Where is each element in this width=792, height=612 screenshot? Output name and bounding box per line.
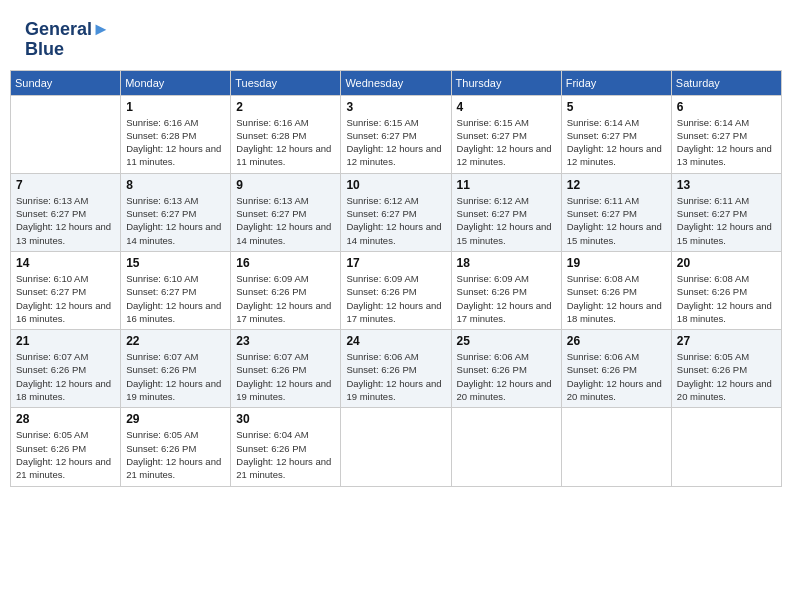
- calendar-cell: 12Sunrise: 6:11 AM Sunset: 6:27 PM Dayli…: [561, 173, 671, 251]
- calendar-cell: 26Sunrise: 6:06 AM Sunset: 6:26 PM Dayli…: [561, 330, 671, 408]
- calendar-week-row: 28Sunrise: 6:05 AM Sunset: 6:26 PM Dayli…: [11, 408, 782, 486]
- day-number: 15: [126, 256, 225, 270]
- calendar-cell: 23Sunrise: 6:07 AM Sunset: 6:26 PM Dayli…: [231, 330, 341, 408]
- day-number: 14: [16, 256, 115, 270]
- calendar-cell: 19Sunrise: 6:08 AM Sunset: 6:26 PM Dayli…: [561, 251, 671, 329]
- cell-info: Sunrise: 6:09 AM Sunset: 6:26 PM Dayligh…: [346, 272, 445, 325]
- calendar-cell: 27Sunrise: 6:05 AM Sunset: 6:26 PM Dayli…: [671, 330, 781, 408]
- calendar-cell: 1Sunrise: 6:16 AM Sunset: 6:28 PM Daylig…: [121, 95, 231, 173]
- calendar-day-header: Saturday: [671, 70, 781, 95]
- calendar-cell: 20Sunrise: 6:08 AM Sunset: 6:26 PM Dayli…: [671, 251, 781, 329]
- cell-info: Sunrise: 6:10 AM Sunset: 6:27 PM Dayligh…: [126, 272, 225, 325]
- day-number: 1: [126, 100, 225, 114]
- day-number: 13: [677, 178, 776, 192]
- cell-info: Sunrise: 6:05 AM Sunset: 6:26 PM Dayligh…: [16, 428, 115, 481]
- cell-info: Sunrise: 6:06 AM Sunset: 6:26 PM Dayligh…: [567, 350, 666, 403]
- calendar-cell: 3Sunrise: 6:15 AM Sunset: 6:27 PM Daylig…: [341, 95, 451, 173]
- calendar-cell: 24Sunrise: 6:06 AM Sunset: 6:26 PM Dayli…: [341, 330, 451, 408]
- day-number: 2: [236, 100, 335, 114]
- cell-info: Sunrise: 6:08 AM Sunset: 6:26 PM Dayligh…: [567, 272, 666, 325]
- calendar-week-row: 7Sunrise: 6:13 AM Sunset: 6:27 PM Daylig…: [11, 173, 782, 251]
- day-number: 6: [677, 100, 776, 114]
- day-number: 8: [126, 178, 225, 192]
- logo-text: General►Blue: [25, 20, 110, 60]
- day-number: 7: [16, 178, 115, 192]
- calendar-cell: 16Sunrise: 6:09 AM Sunset: 6:26 PM Dayli…: [231, 251, 341, 329]
- calendar-cell: [11, 95, 121, 173]
- calendar-body: 1Sunrise: 6:16 AM Sunset: 6:28 PM Daylig…: [11, 95, 782, 486]
- cell-info: Sunrise: 6:10 AM Sunset: 6:27 PM Dayligh…: [16, 272, 115, 325]
- calendar-cell: 25Sunrise: 6:06 AM Sunset: 6:26 PM Dayli…: [451, 330, 561, 408]
- calendar-cell: 13Sunrise: 6:11 AM Sunset: 6:27 PM Dayli…: [671, 173, 781, 251]
- calendar-cell: 10Sunrise: 6:12 AM Sunset: 6:27 PM Dayli…: [341, 173, 451, 251]
- day-number: 16: [236, 256, 335, 270]
- calendar-day-header: Monday: [121, 70, 231, 95]
- cell-info: Sunrise: 6:14 AM Sunset: 6:27 PM Dayligh…: [677, 116, 776, 169]
- calendar-week-row: 1Sunrise: 6:16 AM Sunset: 6:28 PM Daylig…: [11, 95, 782, 173]
- day-number: 18: [457, 256, 556, 270]
- calendar-header-row: SundayMondayTuesdayWednesdayThursdayFrid…: [11, 70, 782, 95]
- calendar-day-header: Friday: [561, 70, 671, 95]
- cell-info: Sunrise: 6:14 AM Sunset: 6:27 PM Dayligh…: [567, 116, 666, 169]
- calendar-day-header: Thursday: [451, 70, 561, 95]
- logo: General►Blue: [25, 20, 110, 60]
- calendar-cell: 4Sunrise: 6:15 AM Sunset: 6:27 PM Daylig…: [451, 95, 561, 173]
- day-number: 12: [567, 178, 666, 192]
- calendar-cell: 21Sunrise: 6:07 AM Sunset: 6:26 PM Dayli…: [11, 330, 121, 408]
- calendar-cell: [341, 408, 451, 486]
- calendar-cell: 9Sunrise: 6:13 AM Sunset: 6:27 PM Daylig…: [231, 173, 341, 251]
- calendar-cell: 17Sunrise: 6:09 AM Sunset: 6:26 PM Dayli…: [341, 251, 451, 329]
- day-number: 23: [236, 334, 335, 348]
- day-number: 28: [16, 412, 115, 426]
- day-number: 30: [236, 412, 335, 426]
- cell-info: Sunrise: 6:13 AM Sunset: 6:27 PM Dayligh…: [236, 194, 335, 247]
- calendar-cell: 11Sunrise: 6:12 AM Sunset: 6:27 PM Dayli…: [451, 173, 561, 251]
- day-number: 24: [346, 334, 445, 348]
- calendar-cell: 15Sunrise: 6:10 AM Sunset: 6:27 PM Dayli…: [121, 251, 231, 329]
- cell-info: Sunrise: 6:05 AM Sunset: 6:26 PM Dayligh…: [126, 428, 225, 481]
- cell-info: Sunrise: 6:04 AM Sunset: 6:26 PM Dayligh…: [236, 428, 335, 481]
- cell-info: Sunrise: 6:16 AM Sunset: 6:28 PM Dayligh…: [236, 116, 335, 169]
- calendar-cell: 18Sunrise: 6:09 AM Sunset: 6:26 PM Dayli…: [451, 251, 561, 329]
- cell-info: Sunrise: 6:13 AM Sunset: 6:27 PM Dayligh…: [16, 194, 115, 247]
- day-number: 25: [457, 334, 556, 348]
- day-number: 21: [16, 334, 115, 348]
- cell-info: Sunrise: 6:05 AM Sunset: 6:26 PM Dayligh…: [677, 350, 776, 403]
- day-number: 3: [346, 100, 445, 114]
- cell-info: Sunrise: 6:09 AM Sunset: 6:26 PM Dayligh…: [457, 272, 556, 325]
- cell-info: Sunrise: 6:15 AM Sunset: 6:27 PM Dayligh…: [346, 116, 445, 169]
- calendar-cell: 6Sunrise: 6:14 AM Sunset: 6:27 PM Daylig…: [671, 95, 781, 173]
- day-number: 27: [677, 334, 776, 348]
- calendar-cell: 7Sunrise: 6:13 AM Sunset: 6:27 PM Daylig…: [11, 173, 121, 251]
- cell-info: Sunrise: 6:07 AM Sunset: 6:26 PM Dayligh…: [16, 350, 115, 403]
- calendar-cell: 14Sunrise: 6:10 AM Sunset: 6:27 PM Dayli…: [11, 251, 121, 329]
- cell-info: Sunrise: 6:11 AM Sunset: 6:27 PM Dayligh…: [567, 194, 666, 247]
- cell-info: Sunrise: 6:13 AM Sunset: 6:27 PM Dayligh…: [126, 194, 225, 247]
- calendar-cell: [561, 408, 671, 486]
- cell-info: Sunrise: 6:07 AM Sunset: 6:26 PM Dayligh…: [236, 350, 335, 403]
- calendar-cell: [451, 408, 561, 486]
- cell-info: Sunrise: 6:06 AM Sunset: 6:26 PM Dayligh…: [346, 350, 445, 403]
- calendar-cell: [671, 408, 781, 486]
- calendar-day-header: Tuesday: [231, 70, 341, 95]
- cell-info: Sunrise: 6:16 AM Sunset: 6:28 PM Dayligh…: [126, 116, 225, 169]
- cell-info: Sunrise: 6:11 AM Sunset: 6:27 PM Dayligh…: [677, 194, 776, 247]
- calendar-cell: 29Sunrise: 6:05 AM Sunset: 6:26 PM Dayli…: [121, 408, 231, 486]
- calendar-week-row: 21Sunrise: 6:07 AM Sunset: 6:26 PM Dayli…: [11, 330, 782, 408]
- day-number: 26: [567, 334, 666, 348]
- calendar-cell: 8Sunrise: 6:13 AM Sunset: 6:27 PM Daylig…: [121, 173, 231, 251]
- day-number: 29: [126, 412, 225, 426]
- cell-info: Sunrise: 6:06 AM Sunset: 6:26 PM Dayligh…: [457, 350, 556, 403]
- cell-info: Sunrise: 6:15 AM Sunset: 6:27 PM Dayligh…: [457, 116, 556, 169]
- calendar-table: SundayMondayTuesdayWednesdayThursdayFrid…: [10, 70, 782, 487]
- day-number: 20: [677, 256, 776, 270]
- day-number: 22: [126, 334, 225, 348]
- calendar-day-header: Wednesday: [341, 70, 451, 95]
- page-header: General►Blue: [10, 10, 782, 65]
- calendar-cell: 2Sunrise: 6:16 AM Sunset: 6:28 PM Daylig…: [231, 95, 341, 173]
- day-number: 4: [457, 100, 556, 114]
- day-number: 9: [236, 178, 335, 192]
- calendar-week-row: 14Sunrise: 6:10 AM Sunset: 6:27 PM Dayli…: [11, 251, 782, 329]
- cell-info: Sunrise: 6:12 AM Sunset: 6:27 PM Dayligh…: [346, 194, 445, 247]
- calendar-cell: 22Sunrise: 6:07 AM Sunset: 6:26 PM Dayli…: [121, 330, 231, 408]
